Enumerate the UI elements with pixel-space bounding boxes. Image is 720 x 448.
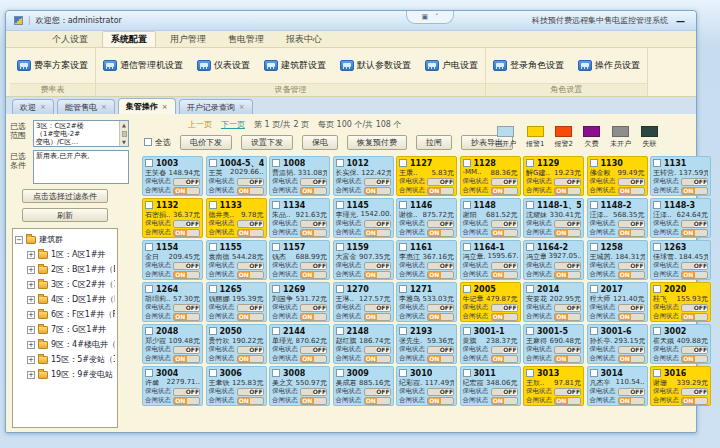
- meter-card[interactable]: 3004 许馨 2279.71.. 保电状态 OFF 合闸状态 ON: [142, 366, 203, 406]
- refresh-button[interactable]: 刷新: [22, 208, 108, 222]
- meter-card[interactable]: 3016 谢珊 339.29元 保电状态 OFF 合闸状态 ON: [650, 366, 711, 406]
- filter-select-button[interactable]: 点击选择过滤条件: [22, 189, 108, 203]
- meter-card[interactable]: 1164-2 冯立章 3927.05.. 保电状态 OFF 合闸状态 ON: [523, 240, 584, 280]
- switch-toggle[interactable]: ON: [618, 229, 645, 237]
- switch-toggle[interactable]: ON: [681, 397, 708, 405]
- card-checkbox[interactable]: [272, 369, 280, 377]
- power-keep-toggle[interactable]: OFF: [618, 346, 645, 354]
- switch-toggle[interactable]: ON: [300, 355, 327, 363]
- minimize-button[interactable]: —: [673, 16, 688, 26]
- power-keep-toggle[interactable]: OFF: [491, 346, 518, 354]
- switch-toggle[interactable]: ON: [364, 397, 391, 405]
- meter-card[interactable]: 3002 崔天娥 409.88元 保电状态 OFF 合闸状态 ON: [650, 324, 711, 364]
- expand-expander-icon[interactable]: +: [27, 311, 35, 319]
- meter-card[interactable]: 1131 王转营.. 137.59元 保电状态 OFF 合闸状态 ON: [650, 156, 711, 196]
- meter-card[interactable]: 1003 王笑春 148.94元 保电状态 OFF 合闸状态 ON: [142, 156, 203, 196]
- select-all-checkbox[interactable]: [144, 138, 152, 146]
- switch-toggle[interactable]: ON: [618, 271, 645, 279]
- switch-toggle[interactable]: ON: [237, 355, 264, 363]
- meter-card[interactable]: 3010 纪彩霞.. 117.49元 保电状态 OFF 合闸状态 ON: [396, 366, 457, 406]
- switch-toggle[interactable]: ON: [491, 229, 518, 237]
- ribbon-button[interactable]: 费率方案设置: [10, 51, 95, 81]
- meter-card[interactable]: 1129 解G建.. 19.23元 保电状态 OFF 合闸状态 ON: [523, 156, 584, 196]
- power-keep-toggle[interactable]: OFF: [173, 262, 200, 270]
- meter-card[interactable]: 1008 曹温韬.. 331.08元 保电状态 OFF 合闸状态 ON: [269, 156, 330, 196]
- switch-toggle[interactable]: ON: [618, 313, 645, 321]
- meter-card[interactable]: 1132 石密捐.. 36.37元 保电状态 OFF 合闸状态 ON: [142, 198, 203, 238]
- power-keep-toggle[interactable]: OFF: [491, 220, 518, 228]
- power-keep-toggle[interactable]: OFF: [237, 220, 264, 228]
- switch-toggle[interactable]: ON: [237, 229, 264, 237]
- expand-expander-icon[interactable]: +: [27, 266, 35, 274]
- switch-toggle[interactable]: ON: [554, 187, 581, 195]
- power-keep-toggle[interactable]: OFF: [364, 388, 391, 396]
- card-checkbox[interactable]: [145, 369, 153, 377]
- meter-card[interactable]: 2048 郑少霞 109.48元 保电状态 OFF 合闸状态 ON: [142, 324, 203, 364]
- document-tab[interactable]: 开户记录查询 ×: [179, 99, 253, 114]
- power-keep-toggle[interactable]: OFF: [173, 388, 200, 396]
- document-tab[interactable]: 欢迎 ×: [12, 99, 54, 114]
- card-checkbox[interactable]: [272, 243, 280, 251]
- switch-toggle[interactable]: ON: [618, 187, 645, 195]
- switch-toggle[interactable]: ON: [427, 313, 454, 321]
- power-keep-toggle[interactable]: OFF: [364, 220, 391, 228]
- power-keep-toggle[interactable]: OFF: [491, 304, 518, 312]
- power-keep-toggle[interactable]: OFF: [554, 388, 581, 396]
- card-checkbox[interactable]: [653, 285, 661, 293]
- switch-toggle[interactable]: ON: [300, 313, 327, 321]
- card-checkbox[interactable]: [272, 201, 280, 209]
- listbox-scrollbar[interactable]: ▲ ▼: [119, 121, 128, 146]
- menu-tab[interactable]: 个人设置: [44, 32, 96, 47]
- card-checkbox[interactable]: [590, 327, 598, 335]
- card-checkbox[interactable]: [526, 243, 534, 251]
- power-keep-toggle[interactable]: OFF: [364, 178, 391, 186]
- card-checkbox[interactable]: [209, 201, 217, 209]
- meter-card[interactable]: 1128 -MM.. 88.36元 保电状态 OFF 合闸状态 ON: [460, 156, 521, 196]
- menu-tab[interactable]: 系统配置: [102, 31, 156, 48]
- prev-page-link[interactable]: 上一页: [188, 119, 212, 130]
- select-all-control[interactable]: 全选: [144, 137, 171, 148]
- power-keep-toggle[interactable]: OFF: [554, 220, 581, 228]
- meter-card[interactable]: 1148 谢阳 681.52元 保电状态 OFF 合闸状态 ON: [460, 198, 521, 238]
- ribbon-button[interactable]: 建筑群设置: [257, 51, 333, 81]
- meter-card[interactable]: 3006 王聿铁 125.83元 保电状态 OFF 合闸状态 ON: [206, 366, 267, 406]
- card-checkbox[interactable]: [653, 201, 661, 209]
- meter-card[interactable]: 1270 王琳.. 127.57元 保电状态 OFF 合闸状态 ON: [333, 282, 394, 322]
- card-checkbox[interactable]: [463, 243, 471, 251]
- tree-item[interactable]: + 7区：G区1#井: [15, 322, 115, 337]
- switch-toggle[interactable]: ON: [300, 397, 327, 405]
- expand-expander-icon[interactable]: +: [27, 371, 35, 379]
- switch-toggle[interactable]: ON: [681, 355, 708, 363]
- tree-item[interactable]: + 2区：B区1#井（B区1#…: [15, 262, 115, 277]
- card-checkbox[interactable]: [399, 201, 407, 209]
- switch-toggle[interactable]: ON: [618, 355, 645, 363]
- power-keep-toggle[interactable]: OFF: [491, 388, 518, 396]
- switch-toggle[interactable]: ON: [554, 397, 581, 405]
- switch-toggle[interactable]: ON: [300, 271, 327, 279]
- tree-item[interactable]: + 1区：A区1#井: [15, 247, 115, 262]
- power-keep-toggle[interactable]: OFF: [618, 262, 645, 270]
- card-checkbox[interactable]: [463, 327, 471, 335]
- switch-toggle[interactable]: ON: [427, 187, 454, 195]
- switch-toggle[interactable]: ON: [173, 355, 200, 363]
- meter-card[interactable]: 3009 吴成君 885.16元 保电状态 OFF 合闸状态 ON: [333, 366, 394, 406]
- card-checkbox[interactable]: [653, 369, 661, 377]
- power-keep-toggle[interactable]: OFF: [173, 178, 200, 186]
- switch-toggle[interactable]: ON: [681, 313, 708, 321]
- tree-item[interactable]: + 19区：9#变电站（2#…: [15, 367, 115, 382]
- ribbon-button[interactable]: 操作员设置: [571, 51, 647, 81]
- switch-toggle[interactable]: ON: [681, 187, 708, 195]
- power-keep-toggle[interactable]: OFF: [173, 304, 200, 312]
- ribbon-button[interactable]: 登录角色设置: [486, 51, 571, 81]
- ribbon-button[interactable]: 通信管理机设置: [96, 51, 190, 81]
- menu-tab[interactable]: 用户管理: [162, 32, 214, 47]
- toolbar-button[interactable]: 保电: [302, 135, 338, 150]
- scroll-up-icon[interactable]: ▲: [122, 122, 126, 128]
- card-checkbox[interactable]: [590, 285, 598, 293]
- card-checkbox[interactable]: [336, 327, 344, 335]
- toolbar-button[interactable]: 电价下发: [180, 135, 232, 150]
- expand-expander-icon[interactable]: +: [27, 341, 35, 349]
- card-checkbox[interactable]: [336, 369, 344, 377]
- power-keep-toggle[interactable]: OFF: [364, 262, 391, 270]
- power-keep-toggle[interactable]: OFF: [300, 220, 327, 228]
